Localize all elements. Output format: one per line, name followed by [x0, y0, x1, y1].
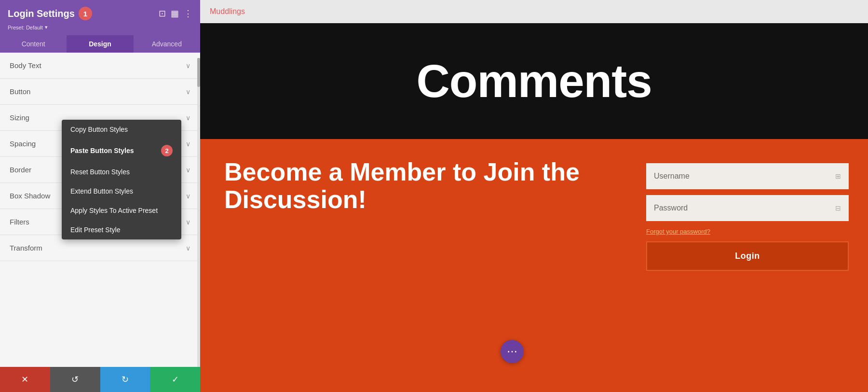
become-member-text: Become a Member to Join the Discussion! [224, 158, 627, 213]
preset-label[interactable]: Preset: Default ▾ [8, 24, 192, 30]
button-chevron: ∨ [186, 88, 190, 96]
body-text-label: Body Text [10, 61, 41, 70]
panel-title-text: Login Settings [8, 8, 75, 19]
login-right: Username ⊞ Password ⊟ Forgot your passwo… [646, 158, 849, 373]
scroll-track[interactable] [197, 58, 200, 367]
forgot-password-link[interactable]: Forgot your password? [646, 228, 710, 235]
login-button[interactable]: Login [646, 241, 849, 271]
more-icon[interactable]: ⋮ [184, 8, 192, 19]
filters-label: Filters [10, 218, 29, 226]
panel-header-top: Login Settings 1 ⊡ ▦ ⋮ [8, 7, 192, 20]
context-extend-button-styles[interactable]: Extend Button Styles [62, 182, 181, 201]
redo-button[interactable]: ↻ [100, 367, 150, 392]
filters-chevron: ∨ [186, 218, 190, 226]
spacing-chevron: ∨ [186, 140, 190, 148]
context-paste-button-styles[interactable]: Paste Button Styles 2 [62, 139, 181, 162]
top-bar: Muddlings [200, 0, 868, 23]
password-field-icon: ⊟ [835, 204, 841, 212]
sizing-chevron: ∨ [186, 114, 190, 122]
body-text-chevron: ∨ [186, 62, 190, 70]
save-icon: ✓ [172, 374, 179, 385]
badge-2: 2 [161, 145, 173, 156]
border-chevron: ∨ [186, 166, 190, 174]
border-label: Border [10, 166, 31, 174]
panel-header-icons: ⊡ ▦ ⋮ [159, 8, 192, 19]
left-panel: Login Settings 1 ⊡ ▦ ⋮ Preset: Default ▾… [0, 0, 200, 392]
save-button[interactable]: ✓ [150, 367, 200, 392]
context-copy-button-styles[interactable]: Copy Button Styles [62, 120, 181, 139]
preset-label-text: Preset: Default [8, 25, 43, 30]
comments-title: Comments [416, 55, 651, 108]
cancel-icon: ✕ [21, 374, 28, 385]
undo-icon: ↺ [71, 374, 79, 385]
box-shadow-chevron: ∨ [186, 192, 190, 200]
accordion-body-text[interactable]: Body Text ∨ [0, 53, 200, 79]
login-section: Become a Member to Join the Discussion! … [200, 139, 868, 392]
box-shadow-label: Box Shadow [10, 192, 50, 200]
login-left: Become a Member to Join the Discussion! [224, 158, 627, 373]
password-field[interactable]: Password ⊟ [646, 195, 849, 221]
redo-icon: ↻ [122, 374, 129, 385]
context-edit-preset-style[interactable]: Edit Preset Style [62, 220, 181, 239]
transform-chevron: ∨ [186, 244, 190, 252]
undo-button[interactable]: ↺ [50, 367, 100, 392]
scroll-thumb [197, 58, 200, 87]
badge-1: 1 [79, 7, 92, 20]
panel-tabs: Content Design Advanced [0, 35, 200, 53]
panel-header: Login Settings 1 ⊡ ▦ ⋮ Preset: Default ▾ [0, 0, 200, 35]
preset-arrow-icon: ▾ [45, 24, 48, 30]
layout-icon[interactable]: ▦ [171, 8, 179, 19]
tab-design[interactable]: Design [67, 35, 133, 53]
context-menu: Copy Button Styles Paste Button Styles 2… [62, 120, 181, 239]
tab-content[interactable]: Content [0, 35, 67, 53]
fab-icon: ⋯ [507, 345, 517, 358]
fab-button[interactable]: ⋯ [501, 340, 524, 363]
button-label: Button [10, 87, 30, 96]
username-field[interactable]: Username ⊞ [646, 163, 849, 189]
context-reset-button-styles[interactable]: Reset Button Styles [62, 162, 181, 182]
focus-icon[interactable]: ⊡ [159, 8, 166, 19]
accordion-button[interactable]: Button ∨ [0, 79, 200, 105]
right-panel: Muddlings Comments Become a Member to Jo… [200, 0, 868, 392]
tab-advanced[interactable]: Advanced [134, 35, 200, 53]
sizing-label: Sizing [10, 113, 29, 122]
muddlings-link[interactable]: Muddlings [210, 7, 245, 16]
username-field-icon: ⊞ [835, 172, 841, 180]
bottom-toolbar: ✕ ↺ ↻ ✓ [0, 367, 200, 392]
username-placeholder: Username [654, 172, 690, 181]
transform-label: Transform [10, 244, 42, 252]
context-apply-styles-preset[interactable]: Apply Styles To Active Preset [62, 201, 181, 220]
comments-banner: Comments [200, 23, 868, 139]
password-placeholder: Password [654, 204, 688, 212]
spacing-label: Spacing [10, 140, 36, 148]
panel-title: Login Settings 1 [8, 7, 92, 20]
cancel-button[interactable]: ✕ [0, 367, 50, 392]
